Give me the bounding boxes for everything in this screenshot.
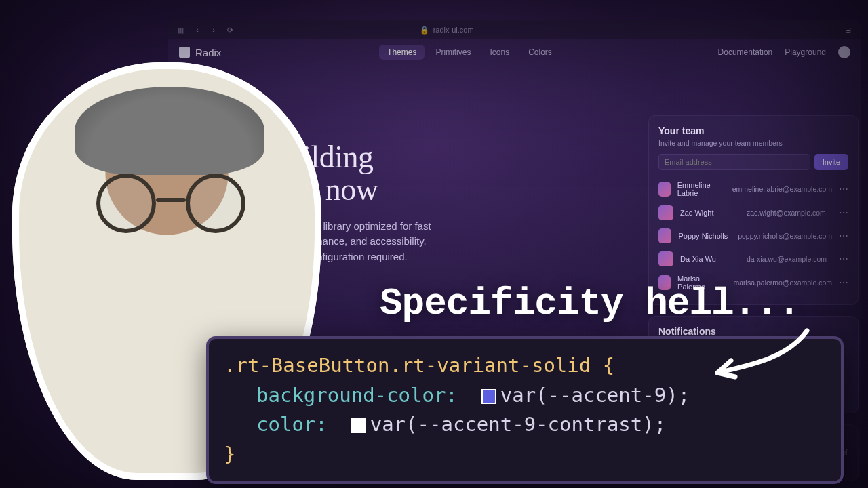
member-more-icon[interactable]: ⋯ [839,277,848,288]
member-more-icon[interactable]: ⋯ [839,184,848,195]
team-sub: Invite and manage your team members [658,139,848,147]
member-more-icon[interactable]: ⋯ [839,230,848,241]
tabs-icon[interactable]: ⊞ [844,25,853,35]
member-name: Da-Xia Wu [680,255,740,263]
overlay-caption: Specificity hell... [380,282,800,325]
code-selector: .rt-BaseButton.rt-variant-solid { [224,354,614,377]
browser-chrome: ▥ ‹ › ⟳ 🔒 radix-ui.com ⊞ [168,20,861,39]
member-email: poppy.nicholls@example.com [738,232,832,240]
tab-icons[interactable]: Icons [481,45,517,60]
url-text: radix-ui.com [433,26,474,34]
member-more-icon[interactable]: ⋯ [839,253,848,264]
code-prop: color: [256,413,328,436]
member-row: Emmeline Labrie emmeline.labrie@example.… [658,177,848,201]
forward-icon[interactable]: › [209,25,218,35]
member-name: Emmeline Labrie [677,181,726,197]
member-more-icon[interactable]: ⋯ [839,207,848,218]
code-value: var(--accent-9-contrast); [370,413,667,436]
avatar [658,228,671,243]
member-email: zac.wight@example.com [747,209,832,217]
sidebar-toggle-icon[interactable]: ▥ [176,25,186,35]
arrow-icon [705,325,814,386]
avatar [658,182,671,197]
member-row: Da-Xia Wu da-xia.wu@example.com ⋯ [658,247,848,270]
code-prop: background-color: [256,384,458,407]
member-name: Zac Wight [680,209,740,217]
tab-colors[interactable]: Colors [520,45,560,60]
github-icon[interactable] [838,46,850,58]
member-email: emmeline.labrie@example.com [732,185,832,193]
nav-docs[interactable]: Documentation [718,47,773,57]
back-icon[interactable]: ‹ [193,25,202,35]
lock-icon: 🔒 [420,26,429,35]
invite-button[interactable]: Invite [814,154,848,170]
member-row: Zac Wight zac.wight@example.com ⋯ [658,201,848,224]
member-row: Poppy Nicholls poppy.nicholls@example.co… [658,224,848,247]
team-title: Your team [658,125,848,136]
color-swatch-icon [481,389,496,404]
tab-primitives[interactable]: Primitives [427,45,479,60]
tab-themes[interactable]: Themes [379,45,425,60]
color-swatch-icon [351,418,366,433]
code-close: } [224,443,235,466]
nav-playground[interactable]: Playground [785,47,826,57]
member-email: da-xia.wu@example.com [747,255,832,263]
avatar [658,205,673,220]
nav-tabs: Themes Primitives Icons Colors [379,45,560,60]
reload-icon[interactable]: ⟳ [225,25,235,35]
invite-email-input[interactable] [658,154,810,170]
team-panel: Your team Invite and manage your team me… [648,115,859,305]
avatar [658,251,673,266]
member-name: Poppy Nicholls [678,232,731,240]
code-value: var(--accent-9); [500,384,690,407]
